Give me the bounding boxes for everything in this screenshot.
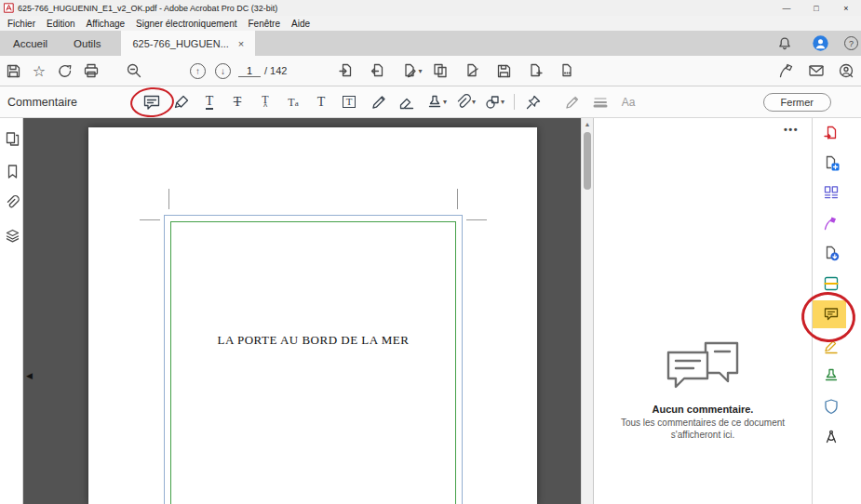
- signature-pen-icon: [778, 62, 795, 79]
- line-weight-picker[interactable]: [589, 91, 612, 113]
- pencil-icon: [370, 94, 387, 111]
- export-pdf-button[interactable]: [335, 60, 357, 82]
- pushpin-icon: [525, 94, 542, 111]
- layers-icon: [5, 228, 20, 244]
- document-tab-close-icon[interactable]: ×: [238, 38, 244, 49]
- zoom-button[interactable]: [123, 60, 145, 82]
- scan-ocr-tool[interactable]: [820, 272, 842, 295]
- fill-sign-gold-icon: [823, 338, 840, 354]
- comments-tool[interactable]: [820, 303, 842, 325]
- organize-pages-purple-icon: [823, 184, 840, 201]
- attach-dropdown-icon[interactable]: ▾: [472, 98, 476, 106]
- menu-fichier[interactable]: Fichier: [2, 19, 41, 29]
- organize-pages-icon: [527, 62, 544, 79]
- strikethrough-text-icon: T: [234, 96, 242, 109]
- menu-edition[interactable]: Edition: [41, 19, 81, 29]
- text-box-tool[interactable]: T: [338, 91, 360, 113]
- maximize-button[interactable]: □: [801, 0, 831, 16]
- edit-pdf-icon: [401, 62, 418, 79]
- sign-pen-button[interactable]: [775, 60, 798, 82]
- export-pdf-red-icon: [823, 125, 840, 141]
- highlighter-icon: [173, 94, 190, 111]
- stamp-dropdown-icon[interactable]: ▾: [443, 98, 447, 106]
- create-pdf-tool[interactable]: [820, 152, 842, 174]
- save-as-button[interactable]: [492, 60, 515, 82]
- text-box-icon: T: [343, 96, 357, 108]
- fill-sign-icon: [464, 62, 480, 79]
- bookmarks-button[interactable]: [1, 160, 23, 182]
- comments-options-menu[interactable]: •••: [784, 124, 799, 135]
- attachments-button[interactable]: [1, 192, 23, 214]
- account-button[interactable]: [809, 33, 831, 55]
- strikethrough-text-tool[interactable]: T: [226, 91, 249, 113]
- minimize-button[interactable]: —: [772, 0, 801, 16]
- send-mail-button[interactable]: [805, 60, 827, 82]
- organize-pages-button[interactable]: [524, 60, 546, 82]
- protect-tool[interactable]: [820, 395, 842, 418]
- fill-sign-button[interactable]: [461, 60, 483, 82]
- combine-files-button[interactable]: [429, 60, 451, 82]
- fill-sign-tool[interactable]: [820, 335, 842, 357]
- previous-page-button[interactable]: ↑: [190, 63, 206, 79]
- highlight-tool[interactable]: [170, 91, 193, 113]
- favorite-button[interactable]: ☆: [28, 60, 50, 82]
- document-viewport[interactable]: ◀ LA PORTE AU BORD DE LA MER ▲: [23, 118, 593, 504]
- add-text-tool[interactable]: T: [310, 91, 332, 113]
- assistant-button[interactable]: [835, 60, 857, 82]
- measure-compass-icon: [823, 429, 840, 445]
- menu-affichage[interactable]: Affichage: [81, 19, 131, 29]
- underline-text-tool[interactable]: T: [198, 91, 221, 113]
- page-thumbnails-button[interactable]: [1, 127, 23, 150]
- scrollbar-thumb[interactable]: [584, 132, 591, 190]
- export-pdf-tool[interactable]: [820, 122, 842, 144]
- share-button[interactable]: [54, 60, 76, 82]
- tab-accueil[interactable]: Accueil: [0, 31, 61, 56]
- ink-color-picker[interactable]: [561, 91, 584, 113]
- create-pdf-button[interactable]: [367, 60, 389, 82]
- page-number-input[interactable]: 1: [238, 65, 261, 77]
- toolbar-separator: [514, 94, 515, 110]
- sticky-note-tool[interactable]: [141, 91, 163, 113]
- tab-outils[interactable]: Outils: [61, 31, 114, 56]
- vertical-scrollbar[interactable]: ▲: [581, 118, 593, 504]
- scroll-up-icon[interactable]: ▲: [582, 118, 593, 127]
- layers-button[interactable]: [1, 224, 23, 246]
- page-total-label: / 142: [264, 65, 287, 76]
- more-tools-icon: [558, 62, 575, 79]
- close-comment-bar-button[interactable]: Fermer: [763, 93, 831, 112]
- pdf-page[interactable]: LA PORTE AU BORD DE LA MER: [88, 127, 537, 504]
- collapse-left-panel-handle[interactable]: ◀: [26, 371, 33, 380]
- close-button[interactable]: ×: [831, 0, 861, 16]
- share-file-tool[interactable]: [820, 242, 842, 264]
- draw-tool[interactable]: [368, 91, 390, 113]
- measure-tool[interactable]: [820, 426, 842, 448]
- print-button[interactable]: [80, 60, 102, 82]
- zoom-out-icon: [126, 62, 142, 79]
- text-properties-button[interactable]: Aa: [617, 91, 639, 113]
- more-conversion-button[interactable]: [556, 60, 578, 82]
- ink-color-icon: [564, 94, 581, 111]
- export-pdf-icon: [338, 62, 355, 79]
- shapes-dropdown-icon[interactable]: ▾: [501, 98, 504, 106]
- insert-text-tool[interactable]: T a: [282, 91, 304, 113]
- organize-pages-tool[interactable]: [820, 181, 842, 204]
- stamp-tool-rail[interactable]: [820, 365, 842, 387]
- menu-aide[interactable]: Aide: [286, 19, 316, 29]
- notifications-button[interactable]: [774, 33, 796, 55]
- save-button[interactable]: [2, 60, 24, 82]
- main-toolbar: ☆ ↑ ↓ 1 / 142 ▾: [0, 56, 861, 86]
- help-button[interactable]: ?: [844, 36, 858, 50]
- create-pdf-icon: [370, 62, 386, 79]
- esign-tool[interactable]: [820, 212, 842, 234]
- edit-pdf-dropdown-icon[interactable]: ▾: [418, 67, 422, 75]
- keep-tool-selected-toggle[interactable]: [522, 91, 545, 113]
- menu-signer[interactable]: Signer électroniquement: [130, 19, 242, 29]
- arrow-up-icon: ↑: [195, 66, 200, 76]
- tab-document[interactable]: 625-766_HUGUEN... ×: [121, 31, 255, 56]
- shield-icon: [823, 398, 840, 415]
- replace-text-tool[interactable]: T ^: [254, 91, 276, 113]
- erase-tool[interactable]: [396, 91, 418, 113]
- next-page-button[interactable]: ↓: [215, 63, 231, 79]
- menu-fenetre[interactable]: Fenêtre: [243, 19, 286, 29]
- esign-pen-icon: [823, 215, 840, 232]
